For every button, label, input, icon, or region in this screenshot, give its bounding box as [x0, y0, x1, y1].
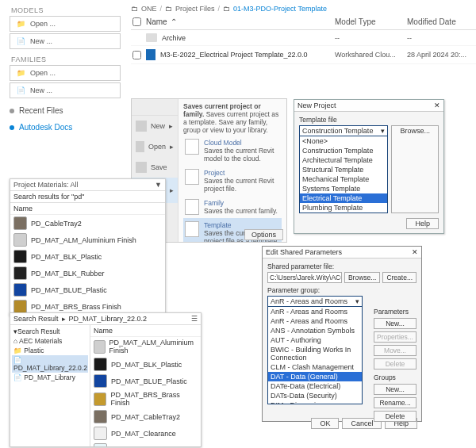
families-new-button[interactable]: 📄 New ... [10, 82, 121, 98]
param-group-option[interactable]: AnR - Areas and Rooms [268, 316, 362, 326]
param-move-button: Move... [374, 345, 416, 356]
saveas-option[interactable]: FamilySaves the current family. [183, 196, 282, 218]
param-group-combobox[interactable]: AnR - Areas and Rooms ▾ [267, 296, 363, 307]
param-group-option[interactable]: DATs-Data (Security) [268, 391, 362, 400]
close-icon[interactable]: ✕ [434, 101, 440, 109]
saveas-option[interactable]: ProjectSaves the current Revit project f… [183, 166, 282, 196]
library-tree[interactable]: ▾Search Result ⌂ AEC Materials 📁 Plastic… [10, 325, 90, 446]
group-rename-button[interactable]: Rename... [374, 397, 416, 408]
doc-icon: 📄 [17, 86, 25, 94]
template-option[interactable]: <None> [300, 136, 387, 146]
models-open-button[interactable]: 📁 Open ... [10, 16, 121, 32]
library-crumb[interactable]: PD_MAT_Library_22.0.2 [69, 315, 147, 323]
param-properties-button: Properties... [374, 331, 416, 343]
groups-section: Groups [374, 373, 416, 381]
browse-button[interactable]: Browse... [344, 272, 380, 283]
families-open-button[interactable]: 📁 Open ... [10, 65, 121, 81]
ok-button[interactable]: OK [311, 418, 339, 429]
flyout-description: Saves current project or family. Saves c… [183, 102, 282, 134]
row-checkbox[interactable] [132, 51, 141, 59]
recent-files-link[interactable]: Recent Files [10, 106, 121, 115]
param-group-option[interactable]: BWIC - Building Works In Connection [268, 345, 362, 362]
material-library-panel: Search Result ▸ PD_MAT_Library_22.0.2 ☰ … [10, 312, 202, 447]
material-row[interactable]: PD_CableTray2 [10, 215, 165, 232]
param-group-option[interactable]: DIM - Dimensions (General) [268, 400, 362, 404]
breadcrumb[interactable]: 🗀 ONE/ 🗀 Project Files/ 🗀 01-M3-PDO-Proj… [131, 5, 476, 13]
material-row[interactable]: PD_MAT_BRS_Brass Finish [90, 389, 201, 408]
saveas-option[interactable]: Cloud ModelSaves the current Revit model… [183, 136, 282, 166]
param-group-option[interactable]: DAT - Data (General) [268, 372, 362, 381]
param-group-option[interactable]: ANS - Annotation Symbols [268, 326, 362, 335]
chevron-down-icon: ▾ [381, 127, 385, 135]
menu-new[interactable]: New▸ [132, 116, 178, 136]
dialog-title: New Project [298, 101, 336, 109]
autodesk-docs-link[interactable]: Autodesk Docs [10, 123, 121, 132]
param-group-option[interactable]: AUT - Authoring [268, 335, 362, 345]
browse-button[interactable]: Browse... [391, 125, 439, 213]
template-combobox-list[interactable]: <None>Construction TemplateArchitectural… [299, 136, 388, 213]
template-option[interactable]: Plumbing Template [300, 203, 387, 213]
tree-item[interactable]: 📄 PD_MAT_Library_22.0.2 [12, 355, 88, 373]
funnel-icon[interactable]: ▼ [155, 181, 162, 189]
param-group-option[interactable]: CLM - Clash Management [268, 362, 362, 372]
create-button[interactable]: Create... [382, 272, 416, 283]
template-option[interactable]: Mechanical Template [300, 174, 387, 184]
library-crumb[interactable]: Search Result [13, 315, 59, 323]
template-option[interactable]: Electrical Template [300, 193, 387, 203]
help-button[interactable]: Help [406, 218, 439, 229]
menu-open[interactable]: Open▸ [132, 136, 178, 157]
file-row-rvt[interactable]: M3-E-2022_Electrical Project Template_22… [131, 46, 476, 64]
sort-asc-icon: ⌃ [171, 17, 177, 26]
material-row[interactable]: PD_MAT_ALM_Aluminium Finish [10, 232, 165, 248]
param-group-list[interactable]: AnR - Areas and RoomsAnR - Areas and Roo… [267, 307, 363, 404]
material-row[interactable]: PD_MAT_Clearance [90, 425, 201, 442]
template-option[interactable]: Systems Template [300, 184, 387, 193]
param-group-option[interactable]: DATe-Data (Electrical) [268, 381, 362, 391]
material-swatch [13, 300, 27, 313]
tree-item[interactable]: ⌂ AEC Materials [12, 336, 88, 346]
param-group-option[interactable]: AnR - Areas and Rooms [268, 307, 362, 316]
material-row[interactable]: PD_MAT_BLK_Plastic [10, 248, 165, 265]
menu-save[interactable]: Save [132, 157, 178, 178]
options-button[interactable]: Options [244, 229, 283, 240]
tree-item[interactable]: 📁 Plastic [12, 346, 88, 355]
template-option[interactable]: Construction Template [300, 146, 387, 155]
group-delete-button[interactable]: Delete [374, 411, 416, 422]
folder-icon: 📁 [17, 69, 25, 77]
material-row[interactable]: PD_MAT_CLR_Acrilic [90, 442, 201, 446]
doc-icon [136, 121, 147, 132]
new-project-dialog: New Project ✕ Template file Construction… [294, 99, 444, 234]
folder-icon [136, 141, 144, 152]
material-row[interactable]: PD_MAT_ALM_Aluminium Finish [90, 337, 201, 356]
select-all-checkbox[interactable] [132, 17, 141, 26]
material-row[interactable]: PD_MAT_BLUE_Plastic [90, 373, 201, 389]
param-new-button[interactable]: New... [374, 318, 416, 329]
doc-icon: 📄 [17, 37, 25, 45]
menu-icon[interactable]: ☰ [191, 315, 198, 323]
material-swatch [94, 410, 107, 423]
column-name[interactable]: Name [10, 203, 165, 215]
models-new-button[interactable]: 📄 New ... [10, 33, 121, 49]
column-model-type[interactable]: Model Type [335, 17, 402, 26]
material-row[interactable]: PD_MAT_CableTray2 [90, 408, 201, 425]
project-materials-panel: Project Materials: All ▼ Search results … [10, 178, 166, 316]
group-new-button[interactable]: New... [374, 384, 416, 395]
file-row-folder[interactable]: Archive -- -- [131, 30, 476, 46]
bullet-icon [10, 109, 14, 113]
column-name[interactable]: Name [90, 325, 201, 337]
close-icon[interactable]: ✕ [412, 248, 418, 256]
material-swatch [94, 358, 107, 371]
material-row[interactable]: PD_MAT_BLK_Rubber [10, 265, 165, 281]
material-row[interactable]: PD_MAT_BLK_Plastic [90, 356, 201, 373]
column-name[interactable]: Name [146, 17, 167, 26]
template-option[interactable]: Architectural Template [300, 155, 387, 165]
tree-item[interactable]: 📄 PD_MAT_Library [12, 373, 88, 382]
material-row[interactable]: PD_MAT_BLUE_Plastic [10, 281, 165, 298]
column-modified[interactable]: Modified Date [407, 17, 474, 26]
shared-param-file-field[interactable]: C:\Users\Jarek.Wity\ACCDocs\PD\ONE\I [267, 272, 342, 283]
template-option[interactable]: Structural Template [300, 165, 387, 174]
panel-title: Project Materials: All [13, 181, 79, 189]
chevron-down-icon: ▾ [355, 297, 359, 305]
template-combobox[interactable]: Construction Template ▾ [299, 125, 388, 136]
param-group-label: Parameter group: [267, 286, 416, 294]
